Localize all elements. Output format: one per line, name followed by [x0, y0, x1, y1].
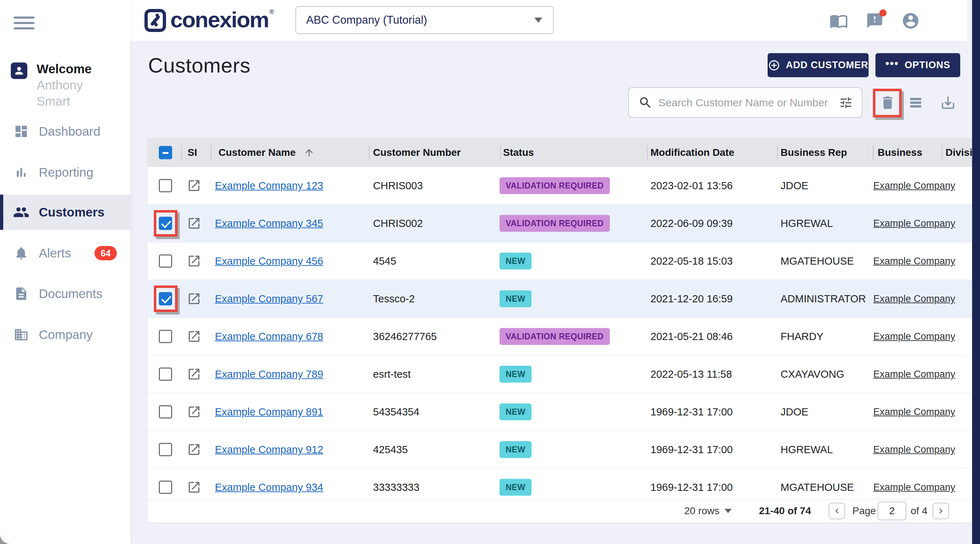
business-link[interactable]: Example Company: [873, 331, 955, 342]
column-header-business-rep[interactable]: Business Rep: [781, 147, 847, 159]
bell-icon: [13, 245, 29, 262]
chevron-down-icon: [724, 509, 732, 513]
delete-button[interactable]: [879, 94, 897, 112]
business-rep: ADMINISTRATOR: [781, 293, 866, 305]
welcome-block: Welcome Anthony Smart: [11, 61, 119, 109]
table-row[interactable]: Example Company 934 33333333 NEW 1969-12…: [147, 469, 973, 499]
customer-name-link[interactable]: Example Company 891: [215, 406, 323, 418]
table-row[interactable]: Example Company 891 54354354 NEW 1969-12…: [147, 393, 973, 431]
sidebar-item-label: Dashboard: [39, 124, 100, 139]
status-badge: NEW: [500, 404, 531, 420]
status-badge: VALIDATION REQUIRED: [500, 215, 610, 232]
row-checkbox[interactable]: [159, 179, 172, 192]
table-row[interactable]: Example Company 345 CHRIS002 VALIDATION …: [147, 205, 973, 243]
open-in-new-icon[interactable]: [187, 178, 201, 193]
row-checkbox[interactable]: [159, 443, 172, 457]
row-checkbox[interactable]: [159, 292, 172, 306]
registered-mark: ®: [269, 8, 274, 16]
business-link[interactable]: Example Company: [873, 482, 955, 493]
open-in-new-icon[interactable]: [187, 254, 201, 268]
open-in-new-icon[interactable]: [187, 480, 201, 495]
column-header-customer-number[interactable]: Customer Number: [373, 147, 461, 159]
options-button[interactable]: ••• OPTIONS: [875, 53, 960, 77]
customer-name-link[interactable]: Example Company 789: [215, 368, 323, 380]
filter-sliders-icon[interactable]: [839, 95, 853, 110]
customer-name-link[interactable]: Example Company 123: [215, 180, 323, 192]
search-input[interactable]: [659, 97, 839, 109]
conexiom-logo[interactable]: conexiom ®: [145, 8, 274, 32]
customer-name-link[interactable]: Example Company 567: [215, 293, 323, 305]
customer-name-link[interactable]: Example Company 912: [215, 444, 323, 456]
account-button[interactable]: [901, 11, 920, 30]
column-header-modification-date[interactable]: Modification Date: [651, 147, 734, 159]
customer-name-link[interactable]: Example Company 934: [215, 482, 323, 493]
column-header-business[interactable]: Business: [878, 147, 923, 159]
business-link[interactable]: Example Company: [873, 406, 955, 418]
customer-name-link[interactable]: Example Company 456: [215, 255, 323, 267]
business-link[interactable]: Example Company: [873, 180, 955, 191]
modification-date: 2022-05-18 15:03: [651, 255, 733, 267]
row-checkbox[interactable]: [159, 405, 172, 419]
prev-page-button[interactable]: [829, 503, 845, 519]
open-in-new-icon[interactable]: [187, 442, 201, 457]
feedback-button[interactable]: [865, 11, 884, 30]
book-icon: [829, 11, 848, 30]
business-rep: JDOE: [781, 406, 808, 418]
add-customer-button[interactable]: ADD CUSTOMER: [768, 53, 869, 77]
column-divider: [211, 146, 212, 160]
open-in-new-icon[interactable]: [187, 367, 201, 381]
customer-name-link[interactable]: Example Company 345: [215, 217, 323, 230]
table-row[interactable]: Example Company 678 36246277765 VALIDATI…: [147, 318, 973, 355]
select-all-checkbox[interactable]: [159, 146, 172, 159]
business-link[interactable]: Example Company: [873, 218, 955, 229]
column-header-status[interactable]: Status: [503, 147, 534, 159]
modification-date: 2022-05-13 11:58: [651, 368, 732, 380]
customer-number: 4545: [373, 255, 396, 267]
table-row[interactable]: Example Company 789 esrt-test NEW 2022-0…: [147, 355, 973, 393]
customer-number: CHRIS002: [373, 217, 423, 230]
row-checkbox[interactable]: [159, 255, 172, 268]
table-row[interactable]: Example Company 123 CHRIS003 VALIDATION …: [147, 167, 973, 205]
sidebar-item-dashboard[interactable]: Dashboard: [0, 114, 130, 149]
modification-date: 2023-02-01 13:56: [651, 180, 733, 192]
table-row[interactable]: Example Company 456 4545 NEW 2022-05-18 …: [147, 243, 973, 280]
business-link[interactable]: Example Company: [873, 293, 955, 305]
export-download-button[interactable]: [939, 94, 957, 112]
business-rep: MGATEHOUSE: [781, 482, 854, 493]
row-checkbox[interactable]: [159, 330, 172, 343]
search-icon: [638, 95, 652, 110]
open-in-new-icon[interactable]: [187, 405, 201, 419]
open-in-new-icon[interactable]: [187, 216, 201, 230]
sidebar-item-documents[interactable]: Documents: [0, 276, 130, 311]
modification-date: 2021-12-20 16:59: [651, 293, 733, 305]
open-in-new-icon[interactable]: [187, 329, 201, 344]
rows-per-page-select[interactable]: 20 rows: [684, 505, 732, 517]
business-link[interactable]: Example Company: [873, 369, 955, 380]
table-row[interactable]: Example Company 567 Tessco-2 NEW 2021-12…: [147, 280, 973, 318]
sidebar-item-reporting[interactable]: Reporting: [0, 155, 130, 190]
menu-toggle-icon[interactable]: [14, 16, 35, 31]
sidebar-item-company[interactable]: Company: [0, 317, 130, 352]
next-page-button[interactable]: [932, 503, 949, 519]
column-header-customer-name[interactable]: Customer Name: [218, 147, 315, 159]
customer-name-link[interactable]: Example Company 678: [215, 331, 323, 343]
sort-asc-icon[interactable]: [304, 147, 315, 158]
customer-number: 36246277765: [373, 331, 437, 343]
column-header-division[interactable]: Division: [945, 147, 973, 159]
row-checkbox[interactable]: [159, 368, 172, 381]
company-selector[interactable]: ABC Company (Tutorial): [295, 6, 554, 34]
open-in-new-icon[interactable]: [187, 292, 201, 306]
knowledge-base-button[interactable]: [829, 11, 848, 30]
column-header-si[interactable]: SI: [188, 147, 197, 159]
page-number-input[interactable]: [878, 502, 906, 520]
alerts-count-badge: 64: [94, 246, 117, 260]
sidebar-item-alerts[interactable]: Alerts 64: [0, 236, 130, 271]
business-link[interactable]: Example Company: [873, 256, 955, 267]
row-checkbox[interactable]: [159, 217, 172, 230]
row-density-button[interactable]: [907, 94, 925, 112]
pagination-range: 21-40 of 74: [759, 505, 811, 517]
business-link[interactable]: Example Company: [873, 444, 955, 455]
row-checkbox[interactable]: [159, 481, 172, 494]
table-row[interactable]: Example Company 912 425435 NEW 1969-12-3…: [147, 431, 973, 469]
sidebar-item-customers[interactable]: Customers: [0, 195, 130, 230]
